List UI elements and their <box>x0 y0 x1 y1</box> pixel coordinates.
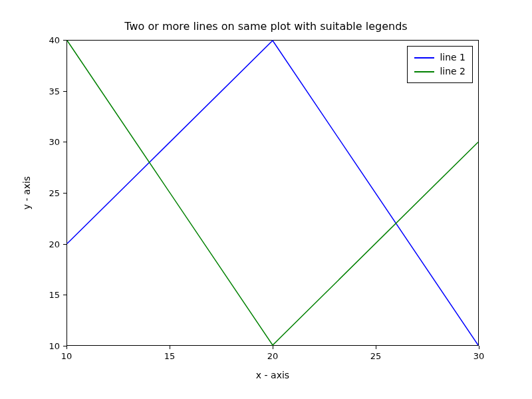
y-tick-label: 35 <box>40 86 60 96</box>
legend-item-2: line 2 <box>414 65 466 78</box>
legend-label-2: line 2 <box>440 65 466 78</box>
x-axis-label: x - axis <box>66 370 479 380</box>
x-tick-label: 25 <box>370 351 382 361</box>
y-tick-mark <box>63 295 66 295</box>
x-tick-mark <box>273 346 273 349</box>
y-tick-label: 15 <box>40 290 60 300</box>
legend-label-1: line 1 <box>440 51 466 65</box>
x-tick-mark <box>170 346 170 349</box>
x-tick-label: 10 <box>61 351 72 361</box>
x-tick-mark <box>66 346 67 349</box>
y-tick-mark <box>63 91 66 92</box>
legend-swatch-1 <box>414 57 434 59</box>
y-tick-mark <box>63 346 66 346</box>
line-2 <box>67 41 478 345</box>
x-tick-label: 30 <box>473 351 485 361</box>
y-tick-mark <box>63 244 66 245</box>
y-tick-mark <box>63 40 66 41</box>
plot-area: line 1 line 2 <box>66 40 479 346</box>
legend-item-1: line 1 <box>414 51 466 65</box>
legend-swatch-2 <box>414 71 434 72</box>
y-tick-label: 30 <box>40 137 60 147</box>
y-tick-label: 25 <box>40 188 60 198</box>
y-tick-label: 40 <box>40 35 60 45</box>
x-tick-label: 20 <box>267 351 279 361</box>
line-1 <box>67 41 478 345</box>
x-tick-label: 15 <box>164 351 176 361</box>
legend: line 1 line 2 <box>407 46 473 83</box>
x-tick-mark <box>376 346 376 349</box>
y-tick-label: 10 <box>40 341 60 351</box>
chart-title: Two or more lines on same plot with suit… <box>0 20 532 33</box>
y-tick-mark <box>63 142 66 142</box>
y-tick-mark <box>63 193 66 194</box>
y-tick-label: 20 <box>40 239 60 249</box>
y-axis-label: y - axis <box>20 40 33 346</box>
x-tick-mark <box>479 346 479 349</box>
chart-lines <box>67 41 478 345</box>
